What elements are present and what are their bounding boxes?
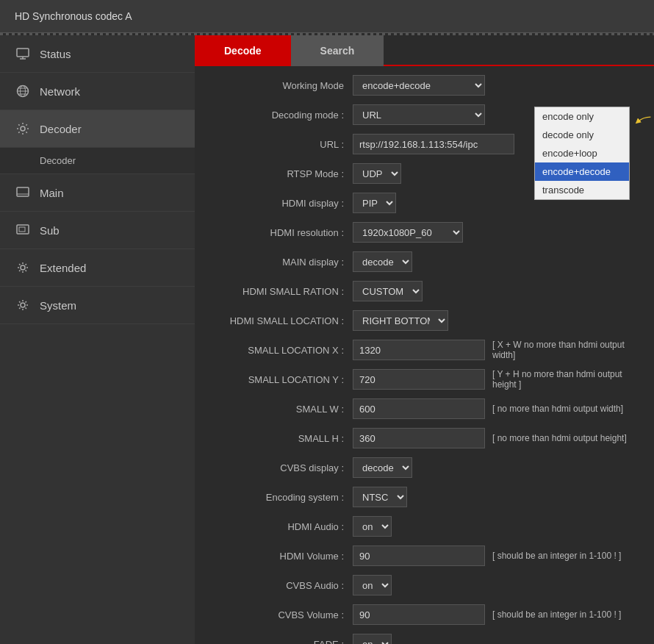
sidebar-label-main: Main [40, 187, 64, 199]
svg-point-8 [21, 126, 25, 131]
small-location-x-row: SMALL LOCATION X : [ X + W no more than … [206, 338, 643, 362]
cvbs-volume-label: CVBS Volume : [206, 609, 353, 620]
url-label: URL : [206, 139, 353, 150]
small-w-label: SMALL W : [206, 404, 353, 415]
sidebar-item-sub[interactable]: Sub [0, 212, 195, 249]
svg-rect-9 [17, 187, 29, 196]
sidebar: Status Network Decoder [0, 35, 195, 644]
hdmi-display-label: HDMI display : [206, 198, 353, 209]
hdmi-volume-hint: [ should be an integer in 1-100 ! ] [492, 551, 621, 561]
dropdown-item-encode-decode[interactable]: encode+decode [535, 162, 629, 181]
tab-bar: Decode Search [195, 35, 654, 66]
sidebar-label-decoder-sub: Decoder [40, 155, 76, 166]
annotation-area: Five modes are optional [632, 109, 654, 135]
small-location-y-hint: [ Y + H no more than hdmi output height … [492, 369, 643, 390]
svg-point-14 [21, 303, 25, 307]
working-mode-label: Working Mode [206, 80, 353, 91]
url-input[interactable] [353, 134, 514, 154]
encoding-system-label: Encoding system : [206, 492, 353, 503]
rtsp-mode-select[interactable]: UDP [353, 163, 401, 184]
encoding-system-row: Encoding system : NTSC [206, 485, 643, 509]
arrow-icon [632, 109, 653, 135]
dropdown-item-encode-only[interactable]: encode only [535, 107, 629, 126]
main-icon [15, 185, 31, 201]
system-icon [15, 297, 31, 313]
hdmi-small-ration-select[interactable]: CUSTOM [353, 281, 423, 301]
title-bar: HD Synchronous codec A [0, 0, 654, 33]
globe-icon [15, 83, 31, 99]
extended-icon [15, 260, 31, 276]
sidebar-label-status: Status [40, 48, 71, 60]
hdmi-small-location-label: HDMI SMALL LOCATION : [206, 315, 353, 326]
cvbs-audio-row: CVBS Audio : on [206, 573, 643, 597]
hdmi-audio-label: HDMI Audio : [206, 521, 353, 532]
sidebar-item-network[interactable]: Network [0, 73, 195, 110]
working-mode-select[interactable]: encode+decode [353, 75, 485, 96]
main-display-row: MAIN display : decode [206, 250, 643, 273]
main-display-select[interactable]: decode [353, 251, 412, 272]
content-area: Decode Search encode only decode only en… [195, 35, 654, 644]
small-location-x-hint: [ X + W no more than hdmi output width] [492, 340, 643, 360]
sidebar-label-extended: Extended [40, 262, 86, 274]
small-location-y-input[interactable] [353, 369, 485, 390]
fade-select[interactable]: on [353, 634, 392, 644]
cvbs-volume-row: CVBS Volume : [ should be an integer in … [206, 603, 643, 626]
encoding-system-select[interactable]: NTSC [353, 487, 407, 507]
sidebar-item-decoder[interactable]: Decoder [0, 110, 195, 148]
working-mode-row: Working Mode encode+decode [206, 74, 643, 97]
small-h-input[interactable] [353, 428, 485, 448]
sub-icon [15, 222, 31, 238]
dropdown-item-transcode[interactable]: transcode [535, 181, 629, 199]
rtsp-mode-label: RTSP Mode : [206, 168, 353, 179]
small-location-y-label: SMALL LOCATION Y : [206, 374, 353, 385]
sidebar-label-system: System [40, 299, 76, 312]
cvbs-volume-input[interactable] [353, 604, 485, 625]
decoding-mode-select[interactable]: URL [353, 104, 485, 125]
cvbs-audio-label: CVBS Audio : [206, 580, 353, 591]
small-h-row: SMALL H : [ no more than hdmi output hei… [206, 426, 643, 450]
hdmi-small-location-select[interactable]: RIGHT BOTTOM [353, 310, 448, 331]
cvbs-volume-hint: [ should be an integer in 1-100 ! ] [492, 609, 621, 620]
sidebar-item-extended[interactable]: Extended [0, 249, 195, 287]
sidebar-item-status[interactable]: Status [0, 35, 195, 73]
small-h-hint: [ no more than hdmi output height] [492, 433, 627, 443]
sidebar-item-decoder-sub[interactable]: Decoder [0, 148, 195, 174]
hdmi-display-select[interactable]: PIP [353, 193, 396, 213]
hdmi-audio-row: HDMI Audio : on [206, 515, 643, 538]
hdmi-small-ration-label: HDMI SMALL RATION : [206, 286, 353, 297]
cvbs-audio-select[interactable]: on [353, 575, 392, 595]
tab-search[interactable]: Search [291, 35, 384, 66]
form-area: encode only decode only encode+loop enco… [195, 66, 654, 644]
small-h-label: SMALL H : [206, 433, 353, 444]
tab-decode[interactable]: Decode [195, 35, 291, 66]
svg-rect-11 [17, 225, 29, 234]
monitor-icon [15, 46, 31, 62]
decoding-mode-label: Decoding mode : [206, 110, 353, 121]
cvbs-display-row: CVBS display : decode [206, 456, 643, 479]
small-w-input[interactable] [353, 398, 485, 419]
sidebar-label-network: Network [40, 85, 80, 98]
hdmi-volume-input[interactable] [353, 545, 485, 566]
sidebar-label-sub: Sub [40, 224, 60, 237]
cvbs-display-select[interactable]: decode [353, 457, 412, 478]
hdmi-resolution-label: HDMI resolution : [206, 227, 353, 238]
small-location-y-row: SMALL LOCATION Y : [ Y + H no more than … [206, 368, 643, 391]
cvbs-display-label: CVBS display : [206, 462, 353, 473]
small-location-x-input[interactable] [353, 340, 485, 360]
hdmi-volume-row: HDMI Volume : [ should be an integer in … [206, 544, 643, 568]
hdmi-volume-label: HDMI Volume : [206, 551, 353, 562]
small-w-row: SMALL W : [ no more than hdmi output wid… [206, 397, 643, 421]
sidebar-item-main[interactable]: Main [0, 174, 195, 212]
dropdown-item-decode-only[interactable]: decode only [535, 126, 629, 144]
small-w-hint: [ no more than hdmi output width] [492, 404, 623, 414]
hdmi-resolution-row: HDMI resolution : 1920x1080P_60 [206, 221, 643, 244]
fade-row: FADE : on [206, 632, 643, 644]
sidebar-item-system[interactable]: System [0, 287, 195, 324]
hdmi-resolution-select[interactable]: 1920x1080P_60 [353, 222, 463, 243]
dropdown-item-encode-loop[interactable]: encode+loop [535, 144, 629, 162]
working-mode-dropdown: encode only decode only encode+loop enco… [534, 107, 630, 200]
hdmi-audio-select[interactable]: on [353, 516, 392, 537]
small-location-x-label: SMALL LOCATION X : [206, 345, 353, 356]
svg-point-13 [21, 265, 25, 270]
main-layout: Status Network Decoder [0, 35, 654, 644]
